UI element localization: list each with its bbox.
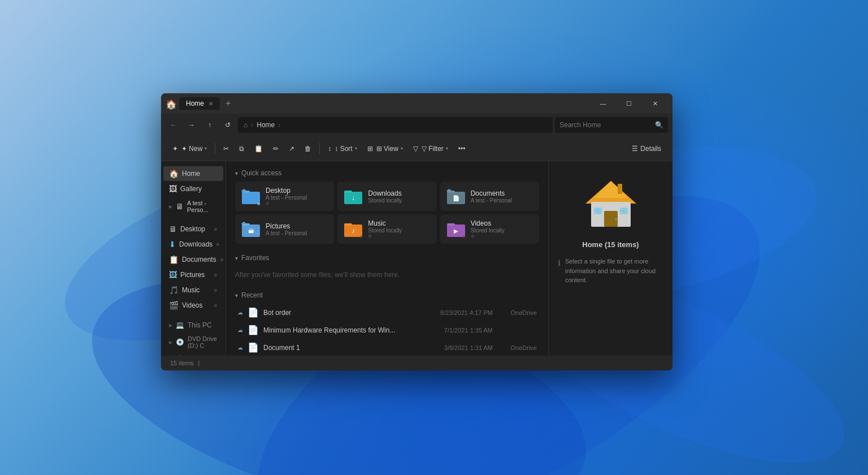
sidebar-item-documents[interactable]: 📋 Documents ⊕ (163, 252, 223, 267)
up-btn[interactable]: ↑ (202, 117, 218, 133)
recent-caret: ▾ (235, 292, 238, 299)
dvd-expand: ▶ (169, 340, 172, 345)
pictures-icon: 🖼 (169, 270, 177, 279)
sidebar-item-desktop[interactable]: 🖥 Desktop ⊕ (163, 222, 223, 236)
sidebar-item-gallery[interactable]: 🖼 Gallery (163, 182, 223, 196)
bot-file-icon: 📄 (248, 307, 259, 318)
new-label: ✦ New (181, 145, 202, 153)
close-btn[interactable]: ✕ (642, 93, 668, 114)
sidebar-dvd[interactable]: ▶ 💿 DVD Drive (D:) C (163, 332, 223, 352)
documents-folder-sub: A test - Personal (471, 197, 533, 204)
downloads-folder-sub: Stored locally (368, 197, 431, 204)
more-btn[interactable]: ••• (454, 142, 470, 156)
navbar: ← → ↑ ↺ ⌂ › Home › 🔍 (161, 114, 672, 136)
items-count: 15 items (170, 360, 194, 366)
gallery-sidebar-icon: 🖼 (169, 184, 177, 193)
folder-downloads[interactable]: ↓ Downloads Stored locally (337, 182, 436, 211)
content-pane: ▾ Quick access ☁ ⊕ Desktop (226, 161, 548, 356)
details-btn[interactable]: ☰ Details (627, 142, 666, 156)
folder-videos[interactable]: ▶ ⊕ Videos Stored locally ⊕ (440, 214, 539, 244)
favorites-header[interactable]: ▾ Favorites (235, 251, 539, 266)
svg-rect-10 (344, 191, 352, 193)
share-btn[interactable]: ↗ (284, 142, 299, 156)
copy-btn[interactable]: ⧉ (235, 142, 249, 156)
videos-pin: ⊕ (214, 303, 218, 308)
search-input[interactable] (559, 121, 652, 129)
folder-music[interactable]: ♪ ⊕ Music Stored locally ⊕ (337, 214, 436, 244)
quick-access-header[interactable]: ▾ Quick access (235, 166, 539, 182)
recent-item-1[interactable]: ☁ 📄 Minimum Hardware Requirements for Wi… (235, 321, 539, 339)
tab-close-btn[interactable]: ✕ (209, 101, 213, 107)
videos-sync: ⊕ (471, 234, 533, 239)
new-tab-btn[interactable]: + (221, 98, 235, 109)
videos-pin: ⊕ (462, 235, 466, 239)
svg-point-29 (615, 218, 617, 221)
music-thumb: ♪ ⊕ (343, 219, 363, 239)
sidebar-item-pictures[interactable]: 🖼 Pictures ⊕ (163, 267, 223, 282)
copy-icon: ⧉ (239, 145, 244, 153)
filter-caret: ▾ (446, 146, 448, 151)
sidebar-item-videos[interactable]: 🎬 Videos ⊕ (163, 298, 223, 313)
maximize-btn[interactable]: ☐ (616, 93, 642, 114)
active-tab[interactable]: Home ✕ (179, 97, 220, 110)
paste-icon: 📋 (254, 145, 263, 153)
addressbar[interactable]: ⌂ › Home › (238, 117, 553, 133)
minimize-btn[interactable]: — (590, 93, 616, 114)
back-btn[interactable]: ← (166, 117, 181, 133)
desktop-thumb: ☁ ⊕ (241, 186, 261, 206)
paste-btn[interactable]: 📋 (250, 142, 267, 156)
favorites-empty-text: After you've favorited some files, we'll… (235, 266, 539, 288)
sort-caret: ▾ (355, 146, 357, 151)
home-illustration-svg (583, 178, 639, 229)
searchbar[interactable]: 🔍 (555, 117, 668, 133)
details-info: ℹ Select a single file to get more infor… (558, 257, 663, 285)
window-controls: — ☐ ✕ (590, 93, 668, 114)
pictures-folder-info: Pictures A test - Personal (266, 222, 328, 236)
breadcrumb-sep: › (251, 121, 253, 129)
details-title: Home (15 items) (582, 240, 639, 249)
forward-btn[interactable]: → (184, 117, 199, 133)
music-icon: 🎵 (169, 286, 179, 295)
status-separator: | (198, 360, 200, 366)
videos-folder-name: Videos (471, 219, 533, 227)
bot-location: OneDrive (497, 309, 537, 316)
recent-item-2[interactable]: ☁ 📄 Document 1 3/8/2021 1:31 AM OneDrive (235, 339, 539, 356)
sidebar-downloads-label: Downloads (179, 240, 212, 248)
qa-caret: ▾ (235, 170, 238, 176)
home-sidebar-icon: 🏠 (169, 169, 179, 178)
svg-text:▶: ▶ (454, 228, 458, 234)
fav-label: Favorites (241, 254, 269, 262)
rename-btn[interactable]: ✏ (268, 142, 283, 156)
atest-icon: 🖥 (176, 202, 184, 211)
downloads-thumb: ↓ (343, 186, 363, 206)
minhw-cloud-icon: ☁ (237, 327, 243, 333)
breadcrumb-current: Home (257, 121, 275, 129)
sidebar-item-downloads[interactable]: ⬇ Downloads ⊕ (163, 237, 223, 252)
sidebar-item-atest[interactable]: ▶ 🖥 A test - Perso... (163, 197, 223, 216)
toolbar: ✦ ✦ New ▾ ✂ ⧉ 📋 ✏ ↗ 🗑 ↕ ↕ Sort ▾ ⊞ (161, 136, 672, 161)
downloads-icon: ⬇ (169, 240, 176, 249)
refresh-btn[interactable]: ↺ (220, 117, 236, 133)
new-caret: ▾ (205, 146, 207, 151)
cut-btn[interactable]: ✂ (219, 142, 233, 156)
pictures-thumb: ☁ 🏔 (241, 219, 261, 239)
sort-btn[interactable]: ↕ ↕ Sort ▾ (323, 142, 361, 156)
recent-header[interactable]: ▾ Recent (235, 288, 539, 304)
sidebar-videos-label: Videos (182, 301, 202, 309)
new-btn[interactable]: ✦ ✦ New ▾ (168, 142, 211, 156)
filter-btn[interactable]: ▽ ▽ Filter ▾ (409, 142, 453, 156)
view-btn[interactable]: ⊞ ⊞ View ▾ (363, 142, 407, 156)
folder-desktop[interactable]: ☁ ⊕ Desktop A test - Personal ⊕ (235, 182, 334, 211)
delete-btn[interactable]: 🗑 (300, 142, 316, 156)
folder-documents[interactable]: ☁ 📄 Documents A test - Personal (440, 182, 539, 211)
pictures-folder-sub: A test - Personal (266, 230, 328, 236)
details-icon: ☰ (632, 145, 638, 153)
folder-pictures[interactable]: ☁ 🏔 Pictures A test - Personal (235, 214, 334, 244)
recent-item-0[interactable]: ☁ 📄 Bot order 8/23/2021 4:17 PM OneDrive (235, 304, 539, 321)
sidebar-thispc[interactable]: ▶ 💻 This PC (163, 318, 223, 332)
sidebar-item-music[interactable]: 🎵 Music ⊕ (163, 283, 223, 297)
thispc-icon: 💻 (176, 321, 184, 329)
sidebar-item-home[interactable]: 🏠 Home (163, 166, 223, 181)
svg-marker-25 (594, 181, 628, 198)
details-info-text: Select a single file to get more informa… (565, 257, 663, 285)
